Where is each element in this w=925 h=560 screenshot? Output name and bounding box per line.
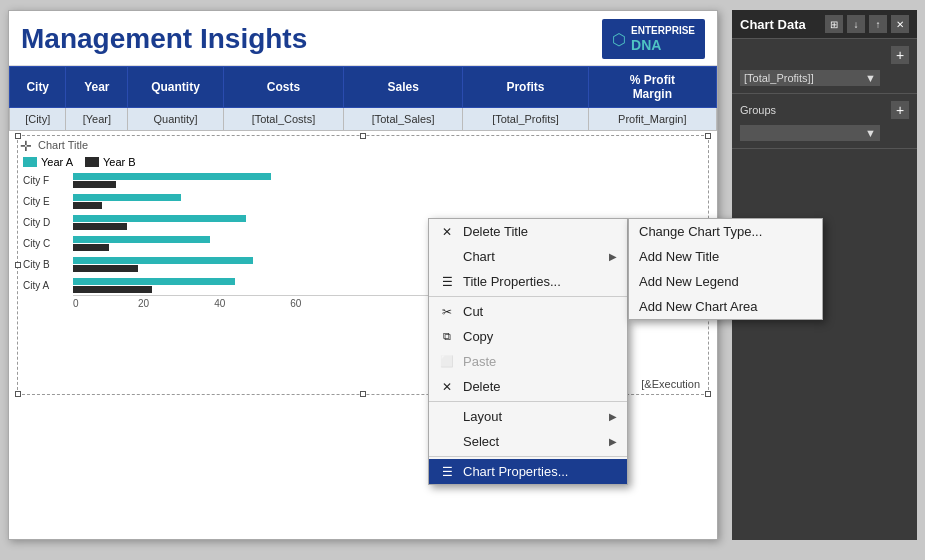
chart-props-icon: ☰ bbox=[439, 465, 455, 479]
layout-submenu-arrow: ▶ bbox=[609, 411, 617, 422]
sub-add-new-chart-area-label: Add New Chart Area bbox=[639, 299, 812, 314]
sub-change-chart-type[interactable]: Change Chart Type... bbox=[629, 219, 822, 244]
panel-close-icon[interactable]: ✕ bbox=[891, 15, 909, 33]
sub-add-new-legend[interactable]: Add New Legend bbox=[629, 269, 822, 294]
ctx-paste[interactable]: ⬜ Paste bbox=[429, 349, 627, 374]
bar-row-cityf: City F bbox=[73, 172, 693, 188]
ctx-layout-label: Layout bbox=[463, 409, 601, 424]
bar-group-cityc bbox=[73, 236, 210, 251]
panel-dropdown-1-value: [Total_Profits]] bbox=[744, 72, 814, 84]
bar-a-cityf bbox=[73, 173, 271, 180]
ctx-separator-2 bbox=[429, 401, 627, 402]
bar-group-cityf bbox=[73, 173, 271, 188]
ctx-select-label: Select bbox=[463, 434, 601, 449]
handle-tm[interactable] bbox=[360, 133, 366, 139]
panel-grid-icon[interactable]: ⊞ bbox=[825, 15, 843, 33]
ctx-delete-label: Delete bbox=[463, 379, 617, 394]
bar-b-cityd bbox=[73, 223, 127, 230]
bar-label-cityd: City D bbox=[23, 217, 50, 228]
panel-icons: ⊞ ↓ ↑ ✕ bbox=[825, 15, 909, 33]
x-label-40: 40 bbox=[214, 298, 225, 309]
panel-dropdown-1[interactable]: [Total_Profits]] ▼ bbox=[740, 70, 880, 86]
panel-section-1-add[interactable]: + bbox=[891, 46, 909, 64]
context-menu: ✕ Delete Title Chart ▶ ☰ Title Propertie… bbox=[428, 218, 628, 485]
chart-move-handle[interactable]: ✛ bbox=[20, 138, 32, 154]
cell-quantity: Quantity] bbox=[128, 108, 224, 131]
sub-add-new-chart-area[interactable]: Add New Chart Area bbox=[629, 294, 822, 319]
bar-label-cityc: City C bbox=[23, 238, 50, 249]
report-title: Management Insights bbox=[21, 23, 307, 55]
bar-group-cityd bbox=[73, 215, 246, 230]
select-submenu-arrow: ▶ bbox=[609, 436, 617, 447]
chart-submenu-arrow: ▶ bbox=[609, 251, 617, 262]
sub-add-new-title[interactable]: Add New Title bbox=[629, 244, 822, 269]
bar-label-citye: City E bbox=[23, 196, 50, 207]
cell-margin: Profit_Margin] bbox=[588, 108, 716, 131]
bar-a-cityd bbox=[73, 215, 246, 222]
bar-a-cityb bbox=[73, 257, 253, 264]
ctx-separator-1 bbox=[429, 296, 627, 297]
panel-section-1-row: + bbox=[732, 43, 917, 67]
delete-title-icon: ✕ bbox=[439, 225, 455, 239]
dna-icon: ⬡ bbox=[612, 30, 626, 49]
cut-icon: ✂ bbox=[439, 305, 455, 319]
sub-add-new-legend-label: Add New Legend bbox=[639, 274, 812, 289]
ctx-chart-props[interactable]: ☰ Chart Properties... bbox=[429, 459, 627, 484]
copy-icon: ⧉ bbox=[439, 330, 455, 343]
panel-section-2-label: Groups bbox=[740, 104, 776, 116]
handle-bm[interactable] bbox=[360, 391, 366, 397]
handle-tr[interactable] bbox=[705, 133, 711, 139]
legend-color-b bbox=[85, 157, 99, 167]
bar-a-citya bbox=[73, 278, 235, 285]
cell-costs: [Total_Costs] bbox=[223, 108, 343, 131]
logo-text-block: ENTERPRISE DNA bbox=[631, 25, 695, 53]
cell-profits: [Total_Profits] bbox=[463, 108, 588, 131]
ctx-select[interactable]: Select ▶ bbox=[429, 429, 627, 454]
chart-submenu: Change Chart Type... Add New Title Add N… bbox=[628, 218, 823, 320]
handle-bl[interactable] bbox=[15, 391, 21, 397]
handle-br[interactable] bbox=[705, 391, 711, 397]
legend-color-a bbox=[23, 157, 37, 167]
panel-header: Chart Data ⊞ ↓ ↑ ✕ bbox=[732, 10, 917, 39]
table-row: [City] [Year] Quantity] [Total_Costs] [T… bbox=[10, 108, 717, 131]
x-label-60: 60 bbox=[290, 298, 301, 309]
col-profit-margin: % ProfitMargin bbox=[588, 67, 716, 108]
panel-down-icon[interactable]: ↓ bbox=[847, 15, 865, 33]
logo-box: ⬡ ENTERPRISE DNA bbox=[602, 19, 705, 59]
panel-section-2: Groups + ▼ bbox=[732, 94, 917, 149]
chart-footer: [&Execution bbox=[641, 378, 700, 390]
col-year: Year bbox=[66, 67, 128, 108]
ctx-chart-label: Chart bbox=[463, 249, 601, 264]
col-sales: Sales bbox=[344, 67, 463, 108]
data-table: City Year Quantity Costs Sales Profits %… bbox=[9, 66, 717, 131]
bar-label-cityb: City B bbox=[23, 259, 50, 270]
logo-brand: ENTERPRISE bbox=[631, 25, 695, 37]
bar-a-cityc bbox=[73, 236, 210, 243]
report-header: Management Insights ⬡ ENTERPRISE DNA bbox=[9, 11, 717, 66]
ctx-delete[interactable]: ✕ Delete bbox=[429, 374, 627, 399]
panel-up-icon[interactable]: ↑ bbox=[869, 15, 887, 33]
bar-b-citye bbox=[73, 202, 102, 209]
bar-label-cityf: City F bbox=[23, 175, 49, 186]
ctx-title-props[interactable]: ☰ Title Properties... bbox=[429, 269, 627, 294]
ctx-delete-icon: ✕ bbox=[439, 380, 455, 394]
col-quantity: Quantity bbox=[128, 67, 224, 108]
panel-dropdown-2-arrow: ▼ bbox=[865, 127, 876, 139]
x-label-20: 20 bbox=[138, 298, 149, 309]
ctx-layout[interactable]: Layout ▶ bbox=[429, 404, 627, 429]
title-props-icon: ☰ bbox=[439, 275, 455, 289]
legend-label-b: Year B bbox=[103, 156, 136, 168]
panel-title: Chart Data bbox=[740, 17, 806, 32]
col-costs: Costs bbox=[223, 67, 343, 108]
ctx-chart[interactable]: Chart ▶ bbox=[429, 244, 627, 269]
paste-icon: ⬜ bbox=[439, 355, 455, 368]
panel-dropdown-2[interactable]: ▼ bbox=[740, 125, 880, 141]
ctx-cut[interactable]: ✂ Cut bbox=[429, 299, 627, 324]
legend-label-a: Year A bbox=[41, 156, 73, 168]
panel-section-2-row: Groups + bbox=[732, 98, 917, 122]
panel-section-2-add[interactable]: + bbox=[891, 101, 909, 119]
bar-row-citye: City E bbox=[73, 193, 693, 209]
ctx-copy[interactable]: ⧉ Copy bbox=[429, 324, 627, 349]
ctx-paste-label: Paste bbox=[463, 354, 617, 369]
ctx-delete-title[interactable]: ✕ Delete Title bbox=[429, 219, 627, 244]
